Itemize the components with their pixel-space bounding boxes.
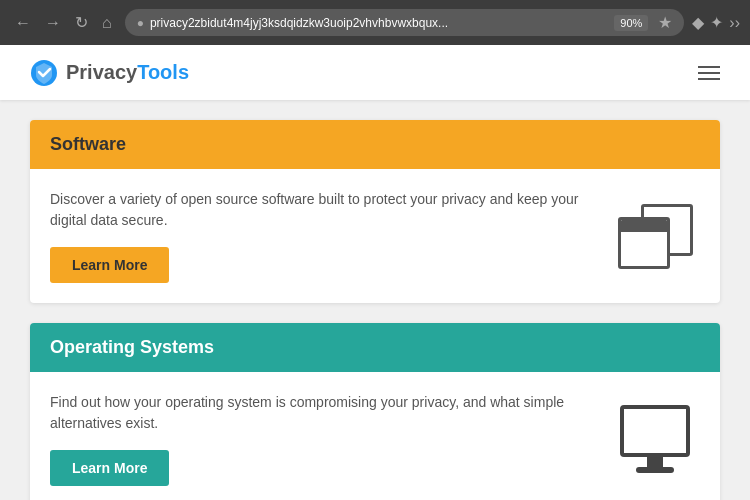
software-card: Software Discover a variety of open sour… — [30, 120, 720, 303]
bookmark-icon[interactable]: ★ — [658, 13, 672, 32]
os-learn-more-button[interactable]: Learn More — [50, 450, 169, 486]
monitor-icon — [620, 405, 690, 473]
browser-toolbar-icons: ◆ ✦ ›› — [692, 13, 740, 32]
software-icon — [610, 204, 700, 269]
monitor-base — [636, 467, 674, 473]
logo-text: PrivacyTools — [66, 61, 189, 84]
hamburger-menu[interactable] — [698, 66, 720, 80]
zoom-badge: 90% — [614, 15, 648, 31]
more-icon[interactable]: ›› — [729, 14, 740, 32]
cards-container: Software Discover a variety of open sour… — [0, 100, 750, 500]
address-bar-container[interactable]: ● 90% ★ — [125, 9, 685, 36]
home-button[interactable]: ⌂ — [97, 12, 117, 34]
hamburger-line-1 — [698, 66, 720, 68]
software-card-text: Discover a variety of open source softwa… — [50, 189, 610, 283]
forward-button[interactable]: → — [40, 12, 66, 34]
os-card: Operating Systems Find out how your oper… — [30, 323, 720, 500]
logo[interactable]: PrivacyTools — [30, 59, 189, 87]
page-content: PrivacyTools Software Discover a variety… — [0, 45, 750, 500]
monitor-screen — [620, 405, 690, 457]
os-card-header: Operating Systems — [30, 323, 720, 372]
reload-button[interactable]: ↻ — [70, 11, 93, 34]
window-front — [618, 217, 670, 269]
os-icon — [610, 405, 700, 473]
os-description: Find out how your operating system is co… — [50, 392, 590, 434]
windows-icon — [618, 204, 693, 269]
lock-icon: ● — [137, 16, 144, 30]
back-button[interactable]: ← — [10, 12, 36, 34]
os-card-body: Find out how your operating system is co… — [30, 372, 720, 500]
shield-icon[interactable]: ◆ — [692, 13, 704, 32]
window-titlebar — [621, 220, 667, 232]
extensions-icon[interactable]: ✦ — [710, 13, 723, 32]
nav-buttons: ← → ↻ ⌂ — [10, 11, 117, 34]
address-input[interactable] — [150, 16, 608, 30]
hamburger-line-2 — [698, 72, 720, 74]
logo-icon — [30, 59, 58, 87]
os-card-text: Find out how your operating system is co… — [50, 392, 610, 486]
monitor-display — [624, 409, 686, 453]
monitor-neck — [647, 457, 663, 467]
software-learn-more-button[interactable]: Learn More — [50, 247, 169, 283]
browser-chrome: ← → ↻ ⌂ ● 90% ★ ◆ ✦ ›› — [0, 0, 750, 45]
software-card-body: Discover a variety of open source softwa… — [30, 169, 720, 303]
software-description: Discover a variety of open source softwa… — [50, 189, 590, 231]
software-card-header: Software — [30, 120, 720, 169]
site-header: PrivacyTools — [0, 45, 750, 100]
hamburger-line-3 — [698, 78, 720, 80]
